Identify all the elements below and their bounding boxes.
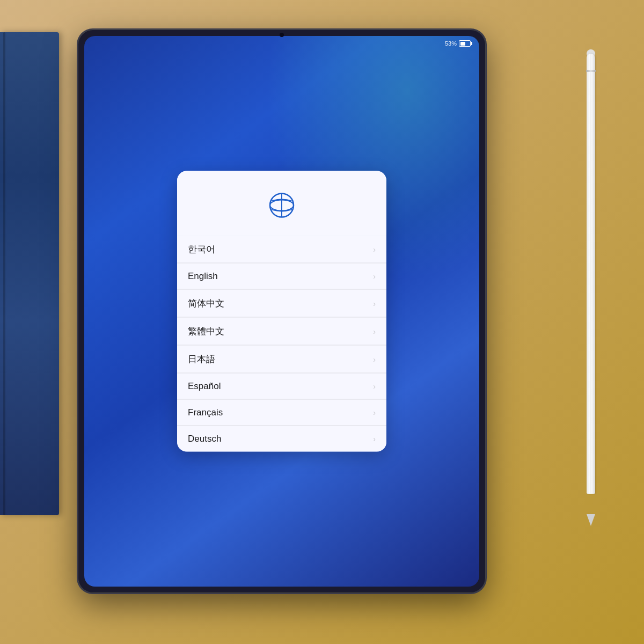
language-selection-card: 한국어›English›简体中文›繁體中文›日本語›Español›França… [177, 171, 386, 452]
language-item-japanese[interactable]: 日本語› [177, 345, 386, 373]
chevron-icon-french: › [373, 408, 376, 417]
language-label-spanish: Español [188, 381, 221, 392]
chevron-icon-korean: › [373, 245, 376, 253]
apple-pencil [585, 54, 597, 515]
language-label-traditional-chinese: 繁體中文 [188, 325, 224, 338]
pencil-tip [587, 514, 595, 526]
battery-percentage: 53% [445, 40, 457, 47]
status-bar: 53% [445, 40, 471, 47]
language-item-english[interactable]: English› [177, 263, 386, 289]
language-list: 한국어›English›简体中文›繁體中文›日本語›Español›França… [177, 236, 386, 452]
pencil-body [587, 54, 595, 494]
chevron-icon-simplified-chinese: › [373, 299, 376, 308]
battery-fill [460, 42, 465, 46]
pencil-flat-side [590, 54, 591, 494]
desk-surface: 53% [0, 0, 644, 644]
globe-section [177, 171, 386, 236]
globe-icon [267, 191, 297, 221]
language-label-japanese: 日本語 [188, 353, 215, 365]
language-label-french: Français [188, 407, 223, 418]
chevron-icon-german: › [373, 435, 376, 443]
chevron-icon-traditional-chinese: › [373, 327, 376, 335]
language-label-korean: 한국어 [188, 243, 215, 255]
chevron-icon-spanish: › [373, 382, 376, 391]
language-label-german: Deutsch [188, 434, 221, 444]
language-item-french[interactable]: Français› [177, 399, 386, 426]
front-camera [280, 33, 284, 37]
pencil-ring [586, 70, 596, 72]
ipad-screen: 53% [84, 36, 479, 587]
language-item-traditional-chinese[interactable]: 繁體中文› [177, 317, 386, 345]
language-item-spanish[interactable]: Español› [177, 373, 386, 399]
language-label-english: English [188, 271, 218, 282]
ipad-device: 53% [78, 30, 486, 593]
language-label-simplified-chinese: 简体中文 [188, 297, 224, 310]
chevron-icon-japanese: › [373, 355, 376, 363]
language-item-simplified-chinese[interactable]: 简体中文› [177, 289, 386, 317]
battery-icon [459, 40, 471, 47]
smart-cover [0, 32, 59, 515]
chevron-icon-english: › [373, 272, 376, 281]
language-item-german[interactable]: Deutsch› [177, 426, 386, 452]
language-item-korean[interactable]: 한국어› [177, 236, 386, 263]
